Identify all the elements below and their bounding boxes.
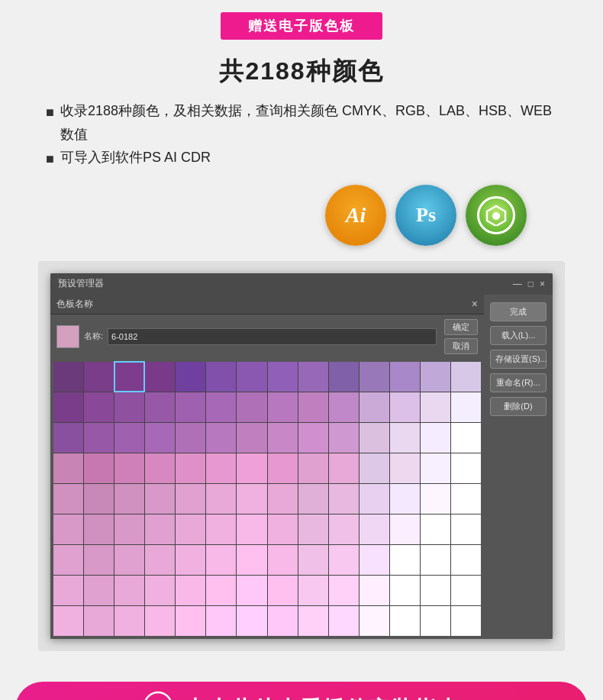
cta-section[interactable]: 点击此处查看插件安装指南 xyxy=(15,682,588,700)
close-icon[interactable]: × xyxy=(540,279,545,289)
color-cell[interactable] xyxy=(145,423,175,453)
done-button[interactable]: 完成 xyxy=(490,302,547,321)
color-cell[interactable] xyxy=(451,545,481,575)
dialog-close-btn[interactable]: × xyxy=(472,298,478,310)
color-cell[interactable] xyxy=(206,423,236,453)
color-cell[interactable] xyxy=(84,515,114,544)
color-cell[interactable] xyxy=(206,576,236,605)
color-cell[interactable] xyxy=(268,576,298,605)
color-cell[interactable] xyxy=(360,392,389,422)
color-cell[interactable] xyxy=(176,515,205,544)
color-cell[interactable] xyxy=(298,515,328,544)
color-cell[interactable] xyxy=(145,392,175,422)
color-cell[interactable] xyxy=(421,392,450,422)
color-cell[interactable] xyxy=(268,515,298,544)
color-cell[interactable] xyxy=(390,362,420,392)
color-cell[interactable] xyxy=(145,515,175,544)
color-cell[interactable] xyxy=(268,545,298,575)
color-cell[interactable] xyxy=(360,606,389,636)
color-cell[interactable] xyxy=(268,453,298,483)
color-cell[interactable] xyxy=(237,392,266,422)
color-cell[interactable] xyxy=(176,362,205,392)
color-cell[interactable] xyxy=(176,484,205,514)
color-cell[interactable] xyxy=(53,392,83,422)
color-cell[interactable] xyxy=(360,484,389,514)
color-cell[interactable] xyxy=(451,392,481,422)
color-cell[interactable] xyxy=(53,606,83,636)
color-cell[interactable] xyxy=(451,606,481,636)
color-cell[interactable] xyxy=(360,453,389,483)
color-cell[interactable] xyxy=(298,392,328,422)
color-cell[interactable] xyxy=(53,423,83,453)
color-cell[interactable] xyxy=(298,576,328,605)
color-cell[interactable] xyxy=(421,515,450,544)
maximize-icon[interactable]: □ xyxy=(528,279,534,289)
color-cell[interactable] xyxy=(329,453,359,483)
color-cell[interactable] xyxy=(145,453,175,483)
color-cell[interactable] xyxy=(298,423,328,453)
color-cell[interactable] xyxy=(114,453,144,483)
minimize-icon[interactable]: — xyxy=(513,279,522,289)
color-cell[interactable] xyxy=(53,362,83,392)
color-cell[interactable] xyxy=(53,515,83,544)
cancel-button[interactable]: 取消 xyxy=(444,338,478,354)
color-cell[interactable] xyxy=(268,392,298,422)
color-cell[interactable] xyxy=(421,362,450,392)
color-cell[interactable] xyxy=(114,423,144,453)
color-cell[interactable] xyxy=(145,576,175,605)
delete-button[interactable]: 删除(D) xyxy=(490,397,547,416)
color-cell[interactable] xyxy=(451,515,481,544)
color-cell[interactable] xyxy=(206,484,236,514)
ok-button[interactable]: 确定 xyxy=(444,319,478,335)
color-cell[interactable] xyxy=(84,576,114,605)
color-cell[interactable] xyxy=(84,545,114,575)
color-cell[interactable] xyxy=(53,545,83,575)
color-cell[interactable] xyxy=(206,606,236,636)
color-cell[interactable] xyxy=(329,392,359,422)
color-cell[interactable] xyxy=(206,453,236,483)
color-cell[interactable] xyxy=(145,545,175,575)
color-cell[interactable] xyxy=(329,515,359,544)
color-cell[interactable] xyxy=(206,362,236,392)
color-cell[interactable] xyxy=(84,423,114,453)
color-cell[interactable] xyxy=(360,576,389,605)
save-settings-button[interactable]: 存储设置(S)... xyxy=(490,350,547,369)
color-cell[interactable] xyxy=(206,545,236,575)
color-cell[interactable] xyxy=(114,545,144,575)
color-cell[interactable] xyxy=(421,545,450,575)
color-cell[interactable] xyxy=(237,362,266,392)
color-cell[interactable] xyxy=(145,362,175,392)
color-cell[interactable] xyxy=(329,484,359,514)
color-cell[interactable] xyxy=(53,453,83,483)
color-cell[interactable] xyxy=(176,576,205,605)
color-cell[interactable] xyxy=(390,515,420,544)
color-cell[interactable] xyxy=(206,392,236,422)
color-cell[interactable] xyxy=(268,362,298,392)
color-cell[interactable] xyxy=(329,606,359,636)
color-cell[interactable] xyxy=(176,545,205,575)
color-cell[interactable] xyxy=(268,423,298,453)
color-cell[interactable] xyxy=(114,392,144,422)
color-cell[interactable] xyxy=(421,576,450,605)
color-cell[interactable] xyxy=(390,484,420,514)
color-cell[interactable] xyxy=(237,545,266,575)
color-cell[interactable] xyxy=(84,392,114,422)
color-cell[interactable] xyxy=(176,392,205,422)
rename-button[interactable]: 重命名(R)... xyxy=(490,373,547,392)
color-cell[interactable] xyxy=(53,576,83,605)
color-cell[interactable] xyxy=(390,606,420,636)
color-cell[interactable] xyxy=(176,453,205,483)
color-cell[interactable] xyxy=(298,453,328,483)
color-cell[interactable] xyxy=(53,484,83,514)
color-cell[interactable] xyxy=(237,606,266,636)
color-cell[interactable] xyxy=(360,545,389,575)
color-cell[interactable] xyxy=(84,453,114,483)
color-cell[interactable] xyxy=(237,576,266,605)
color-cell[interactable] xyxy=(390,576,420,605)
color-cell[interactable] xyxy=(360,362,389,392)
color-cell[interactable] xyxy=(237,484,266,514)
color-cell[interactable] xyxy=(298,484,328,514)
color-cell[interactable] xyxy=(298,362,328,392)
color-cell[interactable] xyxy=(421,484,450,514)
color-cell[interactable] xyxy=(451,423,481,453)
